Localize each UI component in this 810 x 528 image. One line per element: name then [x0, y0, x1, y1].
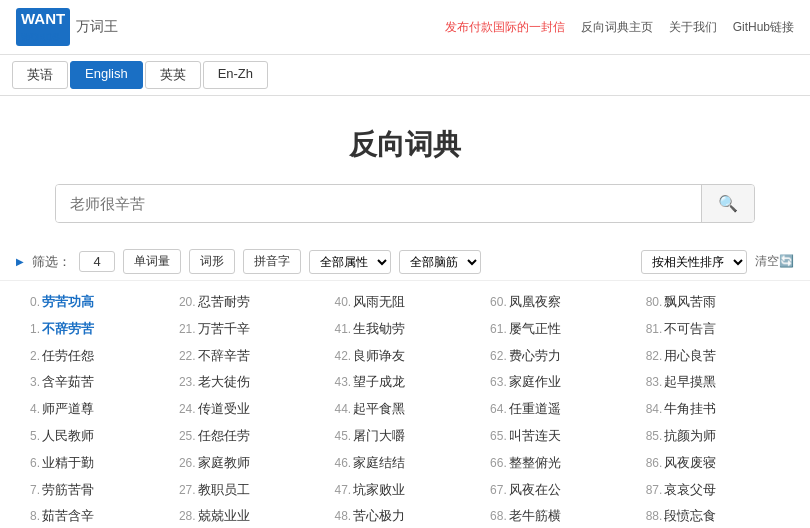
search-button[interactable]: 🔍 [701, 185, 754, 222]
list-item[interactable]: 5.人民教师 [20, 423, 168, 450]
list-item[interactable]: 22.不辞辛苦 [176, 343, 324, 370]
list-item[interactable]: 83.起早摸黑 [642, 369, 790, 396]
filter-sort-select[interactable]: 按相关性排序 [641, 250, 747, 274]
list-item[interactable]: 44.起平食黑 [331, 396, 479, 423]
result-number: 41. [333, 320, 351, 339]
result-number: 44. [333, 400, 351, 419]
result-text: 万苦千辛 [198, 319, 250, 340]
result-text: 劳苦功高 [42, 292, 94, 313]
result-number: 7. [22, 481, 40, 500]
list-item[interactable]: 47.坑家败业 [331, 477, 479, 504]
result-text: 屠门大嚼 [353, 426, 405, 447]
filter-wordform-btn[interactable]: 词形 [189, 249, 235, 274]
list-item[interactable]: 80.飘风苦雨 [642, 289, 790, 316]
result-number: 21. [178, 320, 196, 339]
list-item[interactable]: 63.家庭作业 [487, 369, 635, 396]
result-text: 凤凰夜察 [509, 292, 561, 313]
filter-count[interactable]: 4 [79, 251, 115, 272]
list-item[interactable]: 86.风夜废寝 [642, 450, 790, 477]
result-number: 5. [22, 427, 40, 446]
list-item[interactable]: 6.业精于勤 [20, 450, 168, 477]
list-item[interactable]: 4.师严道尊 [20, 396, 168, 423]
list-item[interactable]: 85.抗颜为师 [642, 423, 790, 450]
result-text: 屡气正性 [509, 319, 561, 340]
tab-en-zh[interactable]: En-Zh [203, 61, 268, 89]
result-number: 67. [489, 481, 507, 500]
header: WANT WORDS 万词王 发布付款国际的一封信 反向词典主页 关于我们 Gi… [0, 0, 810, 55]
filter-brain-select[interactable]: 全部脑筋 [399, 250, 481, 274]
tab-chinese[interactable]: 英语 [12, 61, 68, 89]
list-item[interactable]: 7.劳筋苦骨 [20, 477, 168, 504]
result-number: 4. [22, 400, 40, 419]
list-item[interactable]: 45.屠门大嚼 [331, 423, 479, 450]
list-item[interactable]: 3.含辛茹苦 [20, 369, 168, 396]
list-item[interactable]: 87.哀哀父母 [642, 477, 790, 504]
list-item[interactable]: 27.教职员工 [176, 477, 324, 504]
filter-clear-btn[interactable]: 清空🔄 [755, 253, 794, 270]
result-number: 61. [489, 320, 507, 339]
filter-idiom-btn[interactable]: 单词量 [123, 249, 181, 274]
result-number: 20. [178, 293, 196, 312]
result-number: 80. [644, 293, 662, 312]
list-item[interactable]: 20.忍苦耐劳 [176, 289, 324, 316]
list-item[interactable]: 82.用心良苦 [642, 343, 790, 370]
list-item[interactable]: 88.段愤忘食 [642, 503, 790, 528]
results-col-1: 20.忍苦耐劳21.万苦千辛22.不辞辛苦23.老大徒伤24.传道受业25.任怨… [172, 289, 328, 528]
filter-bar: ▶ 筛选： 4 单词量 词形 拼音字 全部属性 全部脑筋 按相关性排序 清空🔄 [0, 243, 810, 281]
result-number: 28. [178, 507, 196, 526]
list-item[interactable]: 65.叫苦连天 [487, 423, 635, 450]
result-number: 25. [178, 427, 196, 446]
list-item[interactable]: 25.任怨任劳 [176, 423, 324, 450]
list-item[interactable]: 26.家庭教师 [176, 450, 324, 477]
list-item[interactable]: 48.苦心极力 [331, 503, 479, 528]
result-text: 家庭结结 [353, 453, 405, 474]
result-number: 88. [644, 507, 662, 526]
list-item[interactable]: 43.望子成龙 [331, 369, 479, 396]
list-item[interactable]: 42.良师诤友 [331, 343, 479, 370]
result-text: 整整俯光 [509, 453, 561, 474]
list-item[interactable]: 67.风夜在公 [487, 477, 635, 504]
list-item[interactable]: 46.家庭结结 [331, 450, 479, 477]
result-number: 6. [22, 454, 40, 473]
result-text: 用心良苦 [664, 346, 716, 367]
nav-main[interactable]: 反向词典主页 [581, 19, 653, 36]
result-text: 忍苦耐劳 [198, 292, 250, 313]
list-item[interactable]: 61.屡气正性 [487, 316, 635, 343]
list-item[interactable]: 68.老牛筋横 [487, 503, 635, 528]
list-item[interactable]: 60.凤凰夜察 [487, 289, 635, 316]
list-item[interactable]: 81.不可告言 [642, 316, 790, 343]
result-text: 牛角挂书 [664, 399, 716, 420]
header-notice[interactable]: 发布付款国际的一封信 [445, 19, 565, 36]
filter-nature-select[interactable]: 全部属性 [309, 250, 391, 274]
result-text: 师严道尊 [42, 399, 94, 420]
result-text: 不可告言 [664, 319, 716, 340]
tab-english[interactable]: English [70, 61, 143, 89]
result-number: 23. [178, 373, 196, 392]
nav-about[interactable]: 关于我们 [669, 19, 717, 36]
list-item[interactable]: 64.任重道遥 [487, 396, 635, 423]
list-item[interactable]: 41.生我劬劳 [331, 316, 479, 343]
tab-en-en[interactable]: 英英 [145, 61, 201, 89]
list-item[interactable]: 40.风雨无阻 [331, 289, 479, 316]
result-text: 不辞劳苦 [42, 319, 94, 340]
list-item[interactable]: 28.兢兢业业 [176, 503, 324, 528]
list-item[interactable]: 0.劳苦功高 [20, 289, 168, 316]
nav-github[interactable]: GitHub链接 [733, 19, 794, 36]
results-col-2: 40.风雨无阻41.生我劬劳42.良师诤友43.望子成龙44.起平食黑45.屠门… [327, 289, 483, 528]
list-item[interactable]: 23.老大徒伤 [176, 369, 324, 396]
results-col-3: 60.凤凰夜察61.屡气正性62.费心劳力63.家庭作业64.任重道遥65.叫苦… [483, 289, 639, 528]
list-item[interactable]: 84.牛角挂书 [642, 396, 790, 423]
list-item[interactable]: 24.传道受业 [176, 396, 324, 423]
filter-pinyin-btn[interactable]: 拼音字 [243, 249, 301, 274]
list-item[interactable]: 1.不辞劳苦 [20, 316, 168, 343]
result-number: 82. [644, 347, 662, 366]
list-item[interactable]: 66.整整俯光 [487, 450, 635, 477]
result-text: 教职员工 [198, 480, 250, 501]
list-item[interactable]: 62.费心劳力 [487, 343, 635, 370]
list-item[interactable]: 8.茹苦含辛 [20, 503, 168, 528]
list-item[interactable]: 21.万苦千辛 [176, 316, 324, 343]
list-item[interactable]: 2.任劳任怨 [20, 343, 168, 370]
search-input[interactable] [56, 185, 701, 222]
result-number: 63. [489, 373, 507, 392]
result-text: 望子成龙 [353, 372, 405, 393]
